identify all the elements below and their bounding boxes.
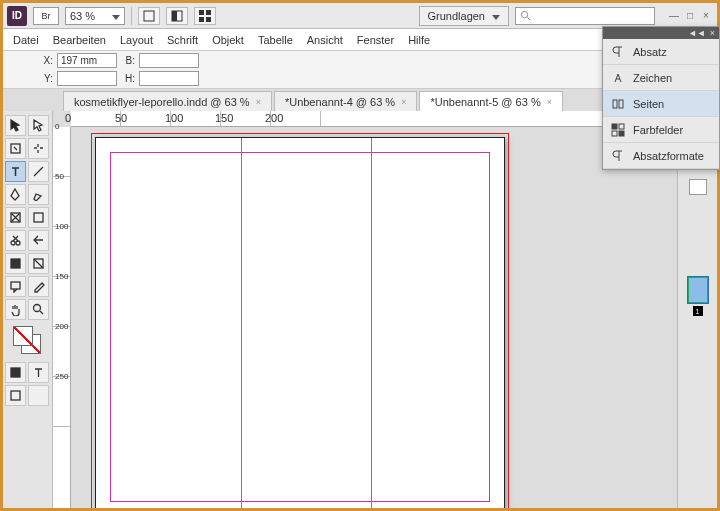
svg-rect-3: [199, 10, 204, 15]
bleed-guide: [91, 133, 509, 508]
apply-gradient-button[interactable]: [28, 362, 49, 383]
close-icon[interactable]: ×: [547, 97, 552, 107]
svg-rect-21: [619, 100, 623, 108]
page-thumb[interactable]: [688, 277, 708, 303]
b-label: B:: [123, 55, 135, 66]
apply-color-button[interactable]: [5, 362, 26, 383]
arrange-button[interactable]: [194, 7, 216, 25]
search-icon: [520, 10, 531, 21]
svg-point-7: [521, 11, 527, 17]
menu-datei[interactable]: Datei: [13, 34, 39, 46]
column-guide[interactable]: [371, 138, 372, 508]
transform-tool[interactable]: [28, 230, 49, 251]
canvas-area[interactable]: 0 50 100 150 200 0 50 100 150 200 250: [53, 111, 677, 508]
menu-schrift[interactable]: Schrift: [167, 34, 198, 46]
panel-flyout: ◄◄× Absatz Zeichen Seiten Farbfelder Abs…: [602, 26, 720, 170]
svg-rect-0: [144, 11, 154, 21]
svg-point-13: [16, 241, 20, 245]
minimize-button[interactable]: —: [667, 9, 681, 23]
zoom-select[interactable]: 63 %: [65, 7, 125, 25]
selection-tool[interactable]: [5, 115, 26, 136]
panel-dock: A 1: [677, 111, 717, 508]
menu-ansicht[interactable]: Ansicht: [307, 34, 343, 46]
menu-objekt[interactable]: Objekt: [212, 34, 244, 46]
svg-rect-25: [619, 131, 624, 136]
vertical-ruler[interactable]: 0 50 100 150 200 250: [53, 127, 71, 508]
pencil-tool[interactable]: [28, 184, 49, 205]
gradient-feather-tool[interactable]: [28, 253, 49, 274]
rectangle-tool[interactable]: [28, 207, 49, 228]
h-input[interactable]: [139, 71, 199, 86]
gradient-swatch-tool[interactable]: [5, 253, 26, 274]
menu-bearbeiten[interactable]: Bearbeiten: [53, 34, 106, 46]
paragraph-styles-icon: [611, 149, 625, 163]
svg-rect-16: [11, 282, 20, 289]
type-tool[interactable]: [5, 161, 26, 182]
maximize-button[interactable]: □: [683, 9, 697, 23]
margin-guide: [110, 152, 490, 502]
page-number: 1: [693, 306, 703, 316]
svg-point-17: [34, 305, 41, 312]
page[interactable]: [95, 137, 505, 508]
direct-selection-tool[interactable]: [28, 115, 49, 136]
tab-2[interactable]: *Unbenannt-5 @ 63 %×: [419, 91, 563, 111]
svg-rect-22: [612, 124, 617, 129]
close-button[interactable]: ×: [699, 9, 713, 23]
svg-rect-19: [11, 391, 20, 400]
tab-1[interactable]: *Unbenannt-4 @ 63 %×: [274, 91, 418, 111]
svg-rect-24: [612, 131, 617, 136]
y-label: Y:: [41, 73, 53, 84]
panel-item-seiten[interactable]: Seiten: [603, 91, 719, 117]
workspace-select[interactable]: Grundlagen: [419, 6, 510, 26]
scissors-tool[interactable]: [5, 230, 26, 251]
svg-rect-4: [206, 10, 211, 15]
panel-item-zeichen[interactable]: Zeichen: [603, 65, 719, 91]
close-icon[interactable]: ×: [401, 97, 406, 107]
svg-line-8: [527, 17, 530, 20]
svg-point-12: [11, 241, 15, 245]
close-icon[interactable]: ×: [256, 97, 261, 107]
preview-button[interactable]: [28, 385, 49, 406]
svg-rect-11: [34, 213, 43, 222]
svg-rect-23: [619, 124, 624, 129]
note-tool[interactable]: [5, 276, 26, 297]
h-label: H:: [123, 73, 135, 84]
svg-rect-2: [172, 11, 177, 21]
pages-panel-mini: 1: [678, 277, 718, 316]
svg-rect-6: [206, 17, 211, 22]
svg-rect-20: [613, 100, 617, 108]
screen-mode-button[interactable]: [166, 7, 188, 25]
tab-0[interactable]: kosmetikflyer-leporello.indd @ 63 %×: [63, 91, 272, 111]
hand-tool[interactable]: [5, 299, 26, 320]
zoom-tool[interactable]: [28, 299, 49, 320]
menu-tabelle[interactable]: Tabelle: [258, 34, 293, 46]
menu-hilfe[interactable]: Hilfe: [408, 34, 430, 46]
fill-stroke-swatch[interactable]: [13, 326, 43, 354]
column-guide[interactable]: [241, 138, 242, 508]
menu-fenster[interactable]: Fenster: [357, 34, 394, 46]
panel-item-farbfelder[interactable]: Farbfelder: [603, 117, 719, 143]
panel-flyout-header[interactable]: ◄◄×: [603, 27, 719, 39]
normal-view-button[interactable]: [5, 385, 26, 406]
panel-item-absatz[interactable]: Absatz: [603, 39, 719, 65]
gap-tool[interactable]: [28, 138, 49, 159]
panel-icon[interactable]: [689, 179, 707, 195]
pen-tool[interactable]: [5, 184, 26, 205]
page-tool[interactable]: [5, 138, 26, 159]
svg-rect-18: [11, 368, 20, 377]
view-options-button[interactable]: [138, 7, 160, 25]
menu-layout[interactable]: Layout: [120, 34, 153, 46]
rectangle-frame-tool[interactable]: [5, 207, 26, 228]
search-input[interactable]: [515, 7, 655, 25]
y-input[interactable]: [57, 71, 117, 86]
eyedropper-tool[interactable]: [28, 276, 49, 297]
line-tool[interactable]: [28, 161, 49, 182]
b-input[interactable]: [139, 53, 199, 68]
horizontal-ruler[interactable]: 0 50 100 150 200: [71, 111, 677, 127]
x-input[interactable]: [57, 53, 117, 68]
swatches-icon: [611, 123, 625, 137]
x-label: X:: [41, 55, 53, 66]
toolbox: [3, 111, 53, 508]
panel-item-absatzformate[interactable]: Absatzformate: [603, 143, 719, 169]
bridge-button[interactable]: Br: [33, 7, 59, 25]
